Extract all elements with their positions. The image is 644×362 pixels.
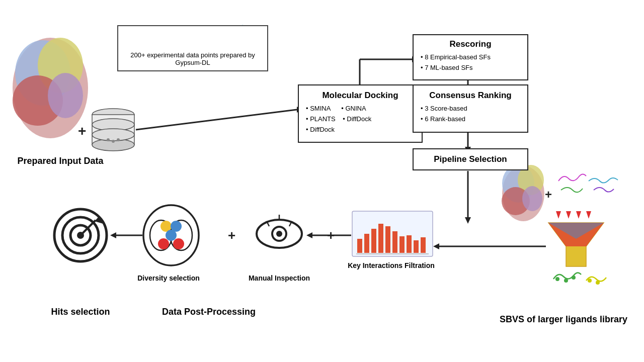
svg-point-70 xyxy=(158,238,169,249)
svg-point-81 xyxy=(77,232,84,239)
svg-point-26 xyxy=(502,166,544,221)
svg-point-29 xyxy=(502,187,530,215)
rescoring-title: Rescoring xyxy=(421,39,520,49)
svg-point-58 xyxy=(257,220,302,248)
svg-rect-53 xyxy=(399,236,405,253)
svg-marker-83 xyxy=(95,216,103,224)
datapoints-text: 200+ experimental data points prepared b… xyxy=(130,51,255,66)
filtration-label: Key Interactions Filtration xyxy=(347,261,435,269)
svg-rect-47 xyxy=(357,239,362,253)
svg-rect-48 xyxy=(364,234,369,253)
svg-point-42 xyxy=(588,279,592,283)
svg-point-65 xyxy=(150,220,172,250)
pipeline-title: Pipeline Selection xyxy=(434,154,507,164)
consensus-bullets: • 3 Score-based • 6 Rank-based xyxy=(421,104,520,125)
svg-marker-36 xyxy=(548,223,604,266)
plus-protein-db: + xyxy=(78,123,86,139)
svg-rect-51 xyxy=(385,226,390,253)
svg-point-79 xyxy=(62,217,99,253)
manual-label: Manual Inspection xyxy=(244,274,314,282)
svg-rect-46 xyxy=(352,211,433,256)
svg-line-13 xyxy=(136,110,297,130)
svg-marker-37 xyxy=(548,223,604,246)
pipeline-box: Pipeline Selection xyxy=(413,148,528,170)
svg-point-10 xyxy=(107,138,110,141)
svg-marker-34 xyxy=(576,211,581,219)
svg-marker-77 xyxy=(110,232,116,238)
svg-point-59 xyxy=(272,227,286,241)
svg-point-69 xyxy=(166,230,177,241)
svg-point-40 xyxy=(564,279,568,283)
svg-line-61 xyxy=(267,221,269,226)
sbvs-label: SBVS of larger ligands library xyxy=(496,314,631,325)
svg-marker-32 xyxy=(556,211,561,219)
svg-point-4 xyxy=(48,73,83,118)
svg-point-80 xyxy=(70,225,91,245)
svg-point-68 xyxy=(171,221,182,232)
svg-rect-50 xyxy=(378,224,383,253)
svg-marker-33 xyxy=(566,211,571,219)
svg-point-5 xyxy=(92,109,134,121)
svg-point-0 xyxy=(13,38,88,138)
svg-marker-38 xyxy=(548,223,604,239)
svg-point-78 xyxy=(54,209,107,261)
svg-point-7 xyxy=(92,139,134,151)
svg-point-9 xyxy=(92,129,134,141)
docking-bullets: • SMINA • GNINA • PLANTS • DiffDock • Di… xyxy=(306,104,415,135)
main-canvas: + + xyxy=(0,0,644,362)
svg-point-43 xyxy=(596,281,600,285)
svg-rect-49 xyxy=(371,229,376,253)
svg-point-2 xyxy=(38,38,83,93)
svg-marker-45 xyxy=(433,243,439,249)
input-label: Prepared Input Data xyxy=(15,156,106,166)
svg-rect-6 xyxy=(92,115,134,145)
svg-point-71 xyxy=(173,238,184,249)
svg-point-30 xyxy=(522,186,542,211)
svg-point-11 xyxy=(112,140,115,143)
svg-point-12 xyxy=(117,138,120,141)
docking-box: Molecular Docking • SMINA • GNINA • PLAN… xyxy=(298,84,423,143)
rescoring-box: Rescoring • 8 Empirical-based SFs • 7 ML… xyxy=(413,34,528,80)
docking-title: Molecular Docking xyxy=(306,90,415,101)
svg-rect-54 xyxy=(407,235,412,253)
svg-point-64 xyxy=(143,205,199,265)
svg-rect-56 xyxy=(421,237,426,253)
svg-point-8 xyxy=(92,119,134,131)
diversity-label: Diversity selection xyxy=(133,274,204,282)
svg-point-3 xyxy=(13,75,63,126)
svg-point-67 xyxy=(160,221,172,232)
svg-rect-55 xyxy=(414,240,419,253)
svg-text:+: + xyxy=(327,228,335,243)
datapoints-box: 200+ experimental data points prepared b… xyxy=(117,25,268,71)
svg-marker-35 xyxy=(586,211,591,219)
rescoring-bullets: • 8 Empirical-based SFs • 7 ML-based SFs xyxy=(421,52,520,73)
svg-point-66 xyxy=(170,220,192,250)
postprocessing-label: Data Post-Processing xyxy=(121,307,297,317)
svg-point-1 xyxy=(15,40,70,106)
svg-text:+: + xyxy=(228,228,235,243)
hits-label: Hits selection xyxy=(30,307,131,317)
consensus-box: Consensus Ranking • 3 Score-based • 6 Ra… xyxy=(413,84,528,133)
svg-rect-52 xyxy=(392,231,397,253)
svg-marker-73 xyxy=(306,232,312,238)
consensus-title: Consensus Ranking xyxy=(421,90,520,101)
svg-line-63 xyxy=(289,221,292,226)
svg-point-60 xyxy=(276,231,282,237)
svg-marker-25 xyxy=(465,217,471,224)
svg-point-41 xyxy=(572,276,576,280)
svg-point-39 xyxy=(555,277,559,281)
svg-line-82 xyxy=(82,220,96,234)
svg-text:+: + xyxy=(545,188,552,201)
